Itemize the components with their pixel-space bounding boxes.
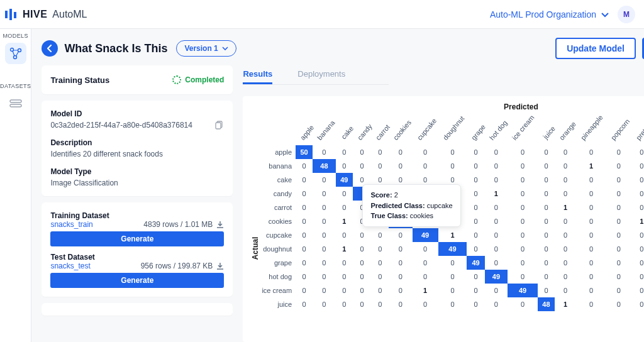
matrix-cell[interactable]: 0 bbox=[467, 187, 484, 201]
matrix-cell[interactable]: 0 bbox=[606, 284, 631, 297]
matrix-cell[interactable]: 0 bbox=[606, 270, 631, 284]
matrix-cell[interactable]: 0 bbox=[508, 214, 538, 228]
matrix-cell[interactable]: 0 bbox=[467, 173, 484, 187]
matrix-cell[interactable]: 0 bbox=[313, 187, 336, 201]
matrix-cell[interactable]: 0 bbox=[606, 214, 631, 228]
matrix-cell[interactable]: 0 bbox=[508, 201, 538, 214]
matrix-cell[interactable]: 1 bbox=[485, 187, 508, 201]
matrix-cell[interactable]: 0 bbox=[606, 159, 631, 173]
matrix-cell[interactable] bbox=[353, 187, 371, 201]
matrix-cell[interactable]: 0 bbox=[296, 228, 313, 242]
matrix-cell[interactable]: 0 bbox=[467, 228, 484, 242]
matrix-cell[interactable]: 0 bbox=[631, 297, 644, 311]
matrix-cell[interactable]: 0 bbox=[606, 173, 631, 187]
matrix-cell[interactable]: 46 bbox=[389, 214, 412, 228]
matrix-cell[interactable]: 0 bbox=[413, 256, 438, 270]
rail-datasets-icon[interactable] bbox=[5, 93, 26, 114]
matrix-cell[interactable]: 0 bbox=[413, 173, 438, 187]
matrix-cell[interactable]: 0 bbox=[389, 284, 412, 297]
matrix-cell[interactable]: 0 bbox=[389, 270, 412, 284]
matrix-cell[interactable]: 0 bbox=[389, 201, 412, 214]
matrix-cell[interactable]: 0 bbox=[555, 214, 576, 228]
matrix-cell[interactable]: 0 bbox=[336, 297, 353, 311]
back-button[interactable] bbox=[42, 40, 58, 57]
matrix-cell[interactable]: 48 bbox=[313, 159, 336, 173]
matrix-cell[interactable]: 0 bbox=[438, 145, 467, 159]
copy-icon[interactable] bbox=[215, 121, 224, 130]
matrix-cell[interactable]: 0 bbox=[371, 187, 389, 201]
matrix-cell[interactable]: 0 bbox=[631, 284, 644, 297]
matrix-cell[interactable]: 1 bbox=[336, 242, 353, 256]
matrix-cell[interactable]: 0 bbox=[631, 270, 644, 284]
matrix-cell[interactable]: 49 bbox=[508, 284, 538, 297]
rail-models-icon[interactable] bbox=[5, 43, 26, 64]
matrix-cell[interactable]: 0 bbox=[576, 297, 606, 311]
matrix-cell[interactable]: 0 bbox=[353, 228, 371, 242]
matrix-cell[interactable]: 0 bbox=[438, 297, 467, 311]
matrix-cell[interactable]: 0 bbox=[296, 297, 313, 311]
matrix-cell[interactable]: 50 bbox=[296, 145, 313, 159]
matrix-cell[interactable]: 0 bbox=[296, 284, 313, 297]
matrix-cell[interactable]: 0 bbox=[555, 270, 576, 284]
matrix-cell[interactable]: 0 bbox=[389, 173, 412, 187]
version-dropdown[interactable]: Version 1 bbox=[176, 40, 236, 57]
matrix-cell[interactable]: 0 bbox=[371, 256, 389, 270]
matrix-cell[interactable]: 0 bbox=[296, 201, 313, 214]
matrix-cell[interactable]: 49 bbox=[467, 256, 484, 270]
matrix-cell[interactable]: 0 bbox=[438, 201, 467, 214]
matrix-cell[interactable]: 0 bbox=[438, 159, 467, 173]
matrix-cell[interactable]: 0 bbox=[389, 145, 412, 159]
matrix-cell[interactable]: 0 bbox=[538, 159, 555, 173]
matrix-cell[interactable]: 0 bbox=[467, 145, 484, 159]
matrix-cell[interactable]: 49 bbox=[438, 242, 467, 256]
matrix-cell[interactable]: 0 bbox=[467, 270, 484, 284]
matrix-cell[interactable]: 0 bbox=[631, 256, 644, 270]
matrix-cell[interactable]: 0 bbox=[631, 242, 644, 256]
generate-test-button[interactable]: Generate bbox=[50, 273, 224, 288]
matrix-cell[interactable]: 0 bbox=[576, 228, 606, 242]
matrix-cell[interactable]: 48 bbox=[538, 297, 555, 311]
matrix-cell[interactable]: 0 bbox=[389, 256, 412, 270]
matrix-cell[interactable]: 0 bbox=[413, 270, 438, 284]
matrix-cell[interactable]: 0 bbox=[631, 173, 644, 187]
matrix-cell[interactable]: 0 bbox=[631, 145, 644, 159]
matrix-cell[interactable]: 0 bbox=[485, 159, 508, 173]
matrix-cell[interactable]: 0 bbox=[576, 270, 606, 284]
matrix-cell[interactable]: 1 bbox=[413, 284, 438, 297]
matrix-cell[interactable]: 49 bbox=[413, 228, 438, 242]
matrix-cell[interactable]: 0 bbox=[313, 284, 336, 297]
matrix-cell[interactable]: 0 bbox=[353, 214, 371, 228]
tab-deployments[interactable]: Deployments bbox=[297, 65, 345, 84]
matrix-cell[interactable]: 0 bbox=[508, 270, 538, 284]
matrix-cell[interactable]: 0 bbox=[508, 187, 538, 201]
matrix-cell[interactable]: 0 bbox=[555, 242, 576, 256]
test-dataset-link[interactable]: snacks_test bbox=[50, 262, 90, 270]
download-icon[interactable] bbox=[216, 221, 224, 228]
matrix-cell[interactable]: 0 bbox=[353, 159, 371, 173]
matrix-cell[interactable]: 0 bbox=[538, 173, 555, 187]
matrix-cell[interactable] bbox=[371, 201, 389, 214]
matrix-cell[interactable]: 0 bbox=[371, 242, 389, 256]
matrix-cell[interactable]: 0 bbox=[413, 242, 438, 256]
matrix-cell[interactable]: 1 bbox=[555, 297, 576, 311]
matrix-cell[interactable]: 0 bbox=[538, 145, 555, 159]
matrix-cell[interactable]: 0 bbox=[336, 284, 353, 297]
matrix-cell[interactable]: 0 bbox=[389, 187, 412, 201]
matrix-cell[interactable]: 0 bbox=[296, 214, 313, 228]
matrix-cell[interactable]: 0 bbox=[413, 297, 438, 311]
matrix-cell[interactable]: 0 bbox=[538, 214, 555, 228]
matrix-cell[interactable]: 0 bbox=[508, 228, 538, 242]
matrix-cell[interactable]: 0 bbox=[576, 145, 606, 159]
matrix-cell[interactable]: 0 bbox=[606, 145, 631, 159]
matrix-cell[interactable]: 0 bbox=[631, 159, 644, 173]
matrix-cell[interactable]: 0 bbox=[538, 201, 555, 214]
matrix-cell[interactable]: 0 bbox=[467, 214, 484, 228]
matrix-cell[interactable]: 0 bbox=[508, 297, 538, 311]
matrix-cell[interactable]: 0 bbox=[336, 256, 353, 270]
matrix-cell[interactable]: 0 bbox=[508, 173, 538, 187]
matrix-cell[interactable]: 0 bbox=[313, 214, 336, 228]
matrix-cell[interactable]: 0 bbox=[555, 159, 576, 173]
avatar[interactable]: M bbox=[618, 6, 635, 23]
matrix-cell[interactable]: 0 bbox=[389, 297, 412, 311]
matrix-cell[interactable]: 0 bbox=[485, 297, 508, 311]
